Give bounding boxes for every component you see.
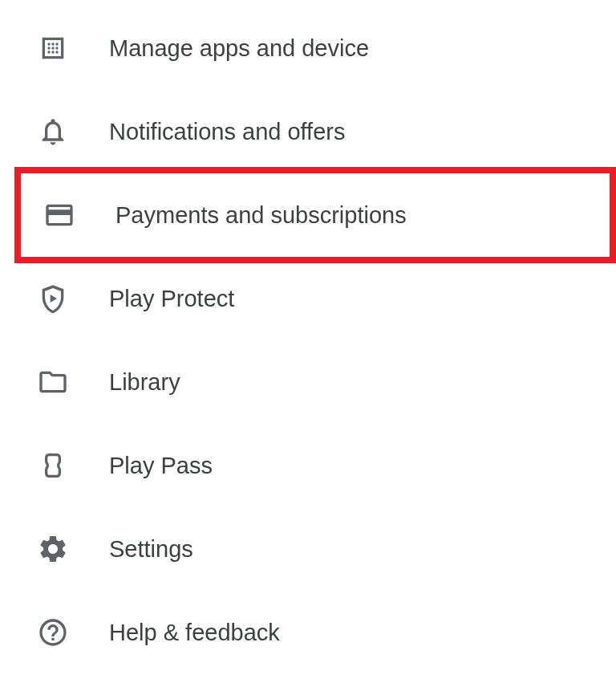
apps-grid-icon [37,32,69,64]
menu-item-label: Settings [109,536,193,563]
menu-item-payments[interactable]: Payments and subscriptions [14,167,616,263]
shield-play-icon [37,283,69,315]
credit-card-icon [43,199,75,231]
folder-icon [37,366,69,398]
account-menu: Manage apps and device Notifications and… [0,0,616,674]
menu-item-label: Notifications and offers [109,119,345,145]
ticket-icon [37,449,69,482]
menu-item-label: Payments and subscriptions [116,202,407,229]
menu-item-play-protect[interactable]: Play Protect [0,257,616,340]
menu-item-label: Play Protect [109,286,234,312]
svg-point-1 [51,43,54,45]
svg-point-2 [55,43,58,45]
menu-item-label: Library [109,369,180,396]
menu-item-help[interactable]: Help & feedback [0,591,616,674]
menu-item-settings[interactable]: Settings [0,507,616,591]
svg-point-7 [51,51,54,53]
menu-item-label: Play Pass [109,453,213,479]
menu-item-manage-apps[interactable]: Manage apps and device [0,6,616,90]
gear-icon [37,533,69,565]
menu-item-play-pass[interactable]: Play Pass [0,424,616,507]
svg-point-6 [47,51,50,53]
svg-point-8 [55,51,58,53]
help-icon [37,616,69,648]
svg-point-3 [47,47,50,49]
bell-icon [37,116,69,148]
menu-item-label: Help & feedback [109,620,280,646]
svg-point-5 [55,47,58,49]
svg-point-4 [51,47,54,49]
svg-point-0 [47,43,50,45]
menu-item-label: Manage apps and device [109,35,369,62]
menu-item-library[interactable]: Library [0,340,616,424]
menu-item-notifications[interactable]: Notifications and offers [0,90,616,173]
